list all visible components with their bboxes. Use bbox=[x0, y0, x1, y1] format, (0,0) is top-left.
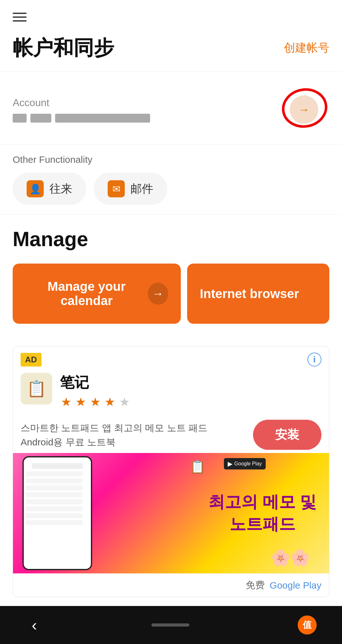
install-button[interactable]: 安装 bbox=[253, 420, 321, 450]
contacts-label: 往来 bbox=[49, 181, 72, 197]
email-label: 邮件 bbox=[130, 181, 153, 197]
memo-icon: 📋 bbox=[190, 459, 206, 474]
header bbox=[0, 0, 342, 28]
star-1: ★ bbox=[60, 396, 73, 408]
blur-block-1 bbox=[13, 114, 27, 123]
back-button[interactable]: ‹ bbox=[25, 613, 43, 637]
ad-header: AD i bbox=[13, 346, 329, 370]
account-blurred-row bbox=[13, 114, 279, 123]
ad-footer-free-text: 免费 bbox=[246, 579, 265, 592]
ad-footer: 免费 Google Play bbox=[13, 573, 329, 597]
phone-mockup bbox=[22, 456, 92, 570]
account-info: Account bbox=[13, 97, 279, 123]
info-icon[interactable]: i bbox=[307, 353, 321, 367]
page-title: 帐户和同步 bbox=[13, 34, 114, 62]
ad-footer-google-play: Google Play bbox=[270, 580, 321, 591]
internet-browser-label: Internet browser bbox=[200, 287, 299, 301]
manage-calendar-label: Manage your calendar bbox=[25, 279, 148, 308]
internet-browser-button[interactable]: Internet browser bbox=[187, 264, 329, 324]
app-icon: 📋 bbox=[21, 373, 52, 405]
account-arrow-wrapper: → bbox=[279, 84, 329, 135]
account-label: Account bbox=[13, 97, 279, 109]
ad-image-text: 최고의 메모 및노트패드 bbox=[208, 491, 316, 535]
email-button[interactable]: ✉ 邮件 bbox=[94, 173, 167, 205]
app-name: 笔记 bbox=[60, 373, 321, 392]
star-2: ★ bbox=[74, 396, 87, 408]
ad-image: ▶ Google Play 📋 최고의 메모 및노트패드 🌸🌸 bbox=[13, 453, 329, 573]
bottom-navigation: ‹ 值 bbox=[0, 606, 342, 644]
hamburger-menu-icon[interactable] bbox=[13, 13, 27, 22]
other-functionality-label: Other Functionality bbox=[13, 154, 329, 165]
star-rating: ★ ★ ★ ★ ★ bbox=[60, 396, 321, 408]
account-arrow-button[interactable]: → bbox=[290, 95, 318, 124]
calendar-arrow-icon: → bbox=[148, 283, 168, 305]
star-3: ★ bbox=[89, 396, 102, 408]
manage-section: Manage Manage your calendar → Internet b… bbox=[0, 215, 342, 333]
phone-screen bbox=[24, 457, 91, 569]
manage-buttons: Manage your calendar → Internet browser bbox=[13, 264, 329, 324]
ad-content: 📋 笔记 ★ ★ ★ ★ ★ bbox=[13, 370, 329, 420]
account-section: Account → bbox=[0, 72, 342, 145]
create-account-link[interactable]: 创建帐号 bbox=[284, 40, 329, 56]
manage-title: Manage bbox=[13, 227, 329, 251]
contacts-button[interactable]: 👤 往来 bbox=[13, 173, 86, 205]
app-logo[interactable]: 值 bbox=[298, 615, 317, 634]
app-description: 스마트한 노트패드 앱 최고의 메모 노트 패드Android용 무료 노트북 bbox=[21, 421, 207, 449]
blur-block-3 bbox=[55, 114, 150, 123]
title-section: 帐户和同步 创建帐号 bbox=[0, 28, 342, 72]
star-5: ★ bbox=[118, 396, 131, 408]
google-play-badge: ▶ Google Play bbox=[224, 458, 266, 469]
other-functionality-section: Other Functionality 👤 往来 ✉ 邮件 bbox=[0, 145, 342, 215]
contacts-icon: 👤 bbox=[27, 180, 44, 197]
right-arrow-icon: → bbox=[298, 103, 310, 116]
functionality-buttons: 👤 往来 ✉ 邮件 bbox=[13, 173, 329, 205]
manage-calendar-button[interactable]: Manage your calendar → bbox=[13, 264, 181, 324]
ad-section: AD i 📋 笔记 ★ ★ ★ ★ ★ 스마트한 노트패드 앱 최고의 메모 노… bbox=[13, 346, 329, 597]
star-4: ★ bbox=[104, 396, 116, 408]
blur-block-2 bbox=[30, 114, 51, 123]
app-info: 笔记 ★ ★ ★ ★ ★ bbox=[60, 373, 321, 413]
ad-badge: AD bbox=[21, 353, 41, 367]
flower-decoration: 🌸🌸 bbox=[271, 549, 310, 567]
email-icon: ✉ bbox=[108, 180, 125, 197]
home-indicator[interactable] bbox=[151, 623, 189, 627]
